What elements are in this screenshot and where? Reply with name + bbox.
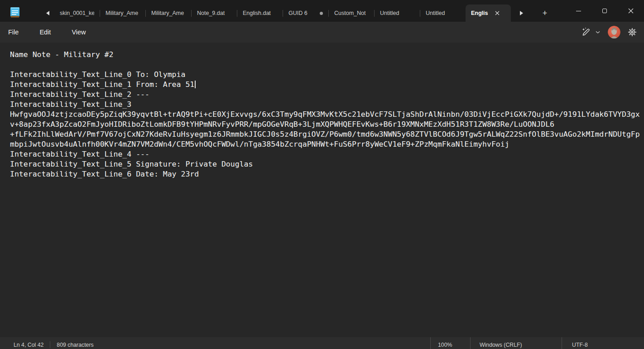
tab-guid-6[interactable]: GUID 6 [283,5,328,22]
editor-line: Interactability_Text_Line_2 --- [10,90,644,100]
tab-label: Custom_Not [334,10,369,16]
editor-line-text: mbpiJwtOusvb4uAlnfh00KVr4mZN7VM2dWn4/CEM… [10,140,509,148]
editor-line: +fLFk2IhLlWedArV/Pmf7V67ojCxN27KdeRvIuHs… [10,129,644,139]
cursor-position: Ln 4, Col 42 [14,342,43,348]
close-icon [495,11,500,15]
tab-scroll-left-button[interactable] [41,5,54,22]
line-ending: Windows (CRLF) [480,342,522,348]
chevron-right-icon [520,11,523,15]
editor-line: Interactability_Text_Line_6 Date: May 23… [10,169,644,179]
tab-military-ame[interactable]: Military_Ame [100,5,145,22]
gear-icon [628,28,637,37]
editor-line: mbpiJwtOusvb4uAlnfh00KVr4mZN7VM2dWn4/CEM… [10,139,644,149]
menubar: FileEditView [0,22,644,43]
status-bar: Ln 4, Col 42 809 characters 100% Windows… [0,337,644,349]
editor-line: v+8ap23fxA3pZcaO2FmJyoHIDRiboZtLomkDFB9t… [10,120,644,129]
maximize-button[interactable] [591,0,618,22]
tab-label: Note_9.dat [197,10,231,16]
tab-label: Englis [471,10,488,16]
ai-rewrite-pen-icon [581,27,591,38]
minimize-icon [576,11,581,11]
text-caret [195,81,196,88]
tab-bar: skin_0001_keMilitary_AmeMilitary_AmeNote… [54,5,511,22]
status-right: 100% Windows (CRLF) UTF-8 [430,337,644,349]
maximize-icon [602,9,607,13]
tab-label: Untitled [426,10,460,16]
tab-label: Military_Ame [151,10,186,16]
tab-label: GUID 6 [288,10,317,16]
encoding: UTF-8 [572,342,588,348]
editor-line-text: Interactability_Text_Line_6 Date: May 23… [10,170,199,178]
toolbar-right [579,24,639,40]
tab-skin-0001-ke[interactable]: skin_0001_ke [54,5,100,22]
editor-line: Interactability_Text_Line_1 From: Area 5… [10,80,644,90]
menu-items: FileEditView [2,27,101,38]
zoom-level: 100% [438,342,452,348]
editor-line-text: +fLFk2IhLlWedArV/Pmf7V67ojCxN27KdeRvIuHs… [10,130,640,139]
minimize-button[interactable] [565,0,591,22]
status-left: Ln 4, Col 42 809 characters [0,341,94,348]
editor-line-text: HwfgvaOOJ4ztjzcaoDEy5pZiqK39yqvtBl+trAQ9… [10,110,640,119]
status-separator [50,341,50,348]
account-avatar[interactable] [608,26,620,38]
editor-line-text: Interactability_Text_Line_4 --- [10,150,149,158]
editor-line: HwfgvaOOJ4ztjzcaoDEy5pZiqK39yqvtBl+trAQ9… [10,110,644,120]
tab-label: Untitled [380,10,414,16]
editor-line-text: Interactability_Text_Line_5 Signature: P… [10,160,253,168]
tab-english-dat[interactable]: English.dat [237,5,283,22]
editor-line-text: v+8ap23fxA3pZcaO2FmJyoHIDRiboZtLomkDFB9t… [10,120,554,129]
window-controls [565,0,644,22]
tab-label: Military_Ame [106,10,140,16]
tab-close-button[interactable] [493,9,502,18]
editor-line: Interactability_Text_Line_4 --- [10,149,644,159]
chevron-down-icon [595,30,601,34]
ai-rewrite-button[interactable] [579,24,602,40]
editor-line-text: Interactability_Text_Line_0 To: Olympia [10,70,185,79]
tab-scroll-right-button[interactable] [514,5,528,22]
menu-edit[interactable]: Edit [33,27,57,38]
editor-line: Name Note - Military #2 [10,50,644,60]
tab-label: skin_0001_ke [60,10,94,16]
character-count: 809 characters [57,342,93,348]
close-button[interactable] [618,0,644,22]
tab-custom-not[interactable]: Custom_Not [329,5,374,22]
editor-line: Interactability_Text_Line_5 Signature: P… [10,159,644,169]
titlebar-drag-region[interactable] [552,0,565,22]
close-icon [628,8,634,14]
editor-line: Interactability_Text_Line_0 To: Olympia [10,70,644,80]
menu-file[interactable]: File [2,27,25,38]
tab-untitled[interactable]: Untitled [375,5,420,22]
tab-untitled[interactable]: Untitled [420,5,466,22]
menu-view[interactable]: View [65,27,92,38]
editor-line [10,60,644,70]
editor-line-text: Name Note - Military #2 [10,50,113,59]
tab-label: English.dat [243,10,277,16]
notepad-window: skin_0001_keMilitary_AmeMilitary_AmeNote… [0,0,644,349]
tab-military-ame[interactable]: Military_Ame [146,5,191,22]
editor-line-text: Interactability_Text_Line_1 From: Area 5… [10,80,194,89]
tab-note-9-dat[interactable]: Note_9.dat [192,5,237,22]
settings-button[interactable] [626,24,639,40]
unsaved-dot-icon [320,12,323,15]
editor-line: Interactability_Text_Line_3 [10,100,644,110]
chevron-left-icon [46,11,49,15]
editor-line-text: Interactability_Text_Line_3 [10,100,131,109]
notepad-app-icon [10,6,20,18]
text-editor-area[interactable]: Name Note - Military #2Interactability_T… [0,43,644,337]
tab-englis-active[interactable]: Englis [466,5,511,22]
new-tab-button[interactable]: + [538,5,552,22]
editor-line-text: Interactability_Text_Line_2 --- [10,90,149,99]
titlebar[interactable]: skin_0001_keMilitary_AmeMilitary_AmeNote… [0,0,644,22]
